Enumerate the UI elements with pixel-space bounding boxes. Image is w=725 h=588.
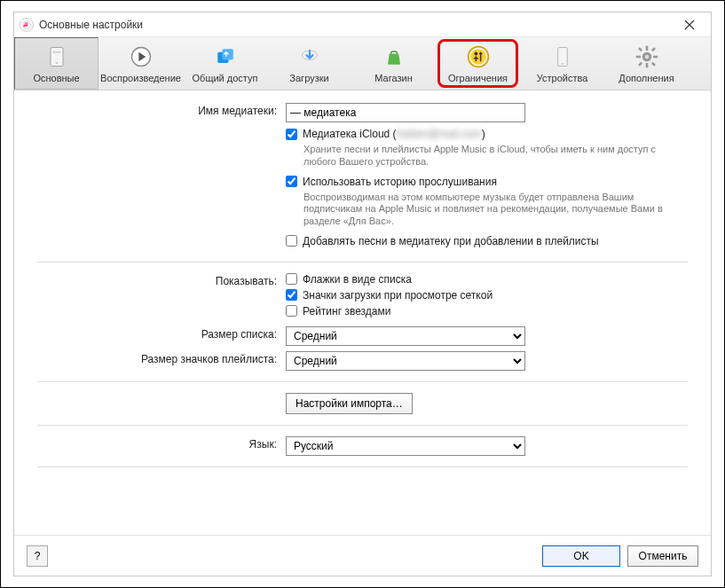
svg-rect-15 [645,63,648,67]
store-icon [381,43,407,70]
library-name-input[interactable] [286,103,525,122]
flags-label: Флажки в виде списка [303,273,412,286]
tab-label: Дополнения [619,73,674,83]
library-name-label: Имя медиатеки: [37,103,286,251]
playlist-icon-size-label: Размер значков плейлиста: [37,351,286,371]
icloud-library-label: Медиатека iCloud (hidden@mail.com) [303,128,485,140]
titlebar: Основные настройки [14,12,711,37]
content-pane: Имя медиатеки: Медиатека iCloud (hidden@… [14,90,711,535]
separator [37,425,688,426]
add-playlist-label: Добавлять песни в медиатеку при добавлен… [303,235,599,247]
tab-playback[interactable]: Воспроизведение [99,37,183,90]
tab-label: Общий доступ [193,73,258,83]
icloud-library-note: Храните песни и плейлисты Apple Music в … [303,144,685,169]
history-note: Воспроизводимая на этом компьютере музык… [303,192,685,228]
svg-point-3 [55,62,58,65]
show-label: Показывать: [37,273,286,321]
tab-store[interactable]: Магазин [351,37,436,90]
import-settings-button[interactable]: Настройки импорта… [286,393,413,414]
svg-point-22 [644,55,648,59]
svg-rect-21 [650,62,655,67]
restrictions-icon [465,43,492,70]
help-button[interactable]: ? [27,545,48,567]
svg-rect-18 [638,47,642,51]
general-icon [43,43,70,70]
tab-advanced[interactable]: Дополнения [604,37,689,90]
tab-sharing[interactable]: Общий доступ [183,37,267,90]
play-icon [128,43,154,70]
tab-label: Загрузки [289,73,328,83]
footer: ? OK Отменить [14,535,711,576]
app-icon [20,18,34,32]
toolbar: Основные Воспроизведение Общий доступ За… [14,37,711,90]
tab-label: Ограничения [448,73,508,83]
tab-devices[interactable]: Устройства [520,37,604,90]
tab-label: Магазин [374,73,412,83]
downloads-icon [296,43,323,70]
separator [37,262,688,263]
stars-label: Рейтинг звездами [303,305,390,318]
playlist-icon-size-select[interactable]: Средний [286,351,525,371]
devices-icon [549,43,576,70]
icloud-library-checkbox[interactable] [286,129,297,140]
cancel-button[interactable]: Отменить [627,545,698,567]
tab-downloads[interactable]: Загрузки [267,37,351,90]
sharing-icon [212,43,239,70]
tab-restrictions[interactable]: Ограничения [436,37,520,90]
gear-icon [634,43,660,70]
language-select[interactable]: Русский [286,436,525,456]
history-label: Использовать историю прослушивания [303,176,497,188]
list-size-label: Размер списка: [37,326,286,346]
svg-point-10 [474,52,477,56]
svg-rect-17 [653,56,658,59]
svg-rect-16 [635,56,640,59]
stars-checkbox[interactable] [286,305,297,317]
tab-label: Основные [33,73,79,83]
tab-label: Воспроизведение [100,73,181,83]
tab-general[interactable]: Основные [14,37,99,90]
dlicons-label: Значки загрузки при просмотре сеткой [303,289,493,302]
list-size-select[interactable]: Средний [286,326,525,346]
separator [37,381,688,382]
svg-rect-19 [650,47,655,51]
ok-button[interactable]: OK [542,545,620,567]
svg-rect-14 [645,46,648,51]
window-title: Основные настройки [39,19,143,31]
tab-label: Устройства [537,73,588,83]
add-playlist-checkbox[interactable] [286,235,297,247]
svg-rect-2 [52,51,60,53]
dlicons-checkbox[interactable] [286,289,297,301]
history-checkbox[interactable] [286,176,297,187]
separator [37,466,688,467]
svg-rect-20 [638,62,642,67]
svg-point-9 [470,49,486,65]
close-icon[interactable] [674,12,705,37]
svg-point-12 [561,63,563,65]
flags-checkbox[interactable] [286,273,297,285]
language-label: Язык: [37,436,286,456]
